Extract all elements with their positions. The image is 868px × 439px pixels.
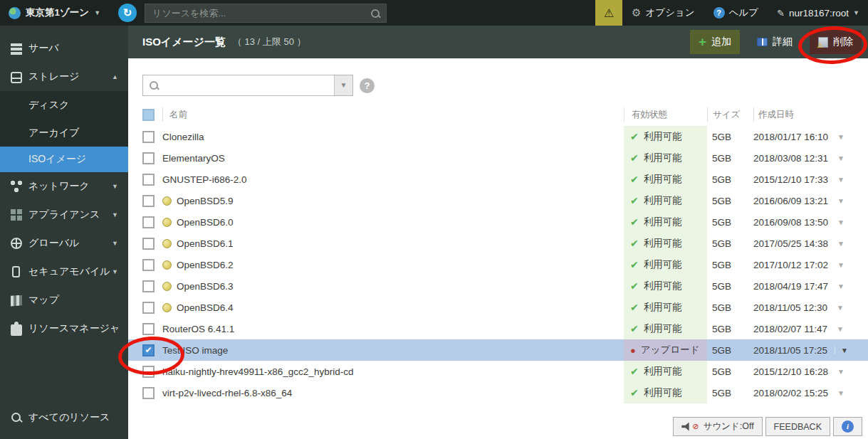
row-menu-caret[interactable]: ▼ [835,282,847,290]
chevron-down-icon: ▼ [112,211,118,218]
row-checkbox[interactable] [142,280,155,292]
row-menu-caret[interactable]: ▼ [835,197,847,205]
row-checkbox[interactable] [142,216,155,228]
table-row[interactable]: OpenBSD6.0✔利用可能5GB2016/09/08 13:50▼ [128,211,868,233]
cell-date: 2016/06/09 13:21▼ [753,196,868,206]
help-label: ヘルプ [729,6,758,19]
row-menu-caret[interactable]: ▼ [835,218,847,226]
row-menu-caret[interactable]: ▼ [835,240,847,248]
sidebar-item-アーカイブ[interactable]: アーカイブ [0,119,128,147]
add-button[interactable]: + 追加 [690,30,740,54]
sidebar-item-リソースマネージャ[interactable]: リソースマネージャ [0,314,128,343]
column-header-status: 有効状態 [624,107,707,122]
account-menu[interactable]: ✎ nur18167:root ▼ [768,8,868,18]
row-checkbox[interactable] [142,152,155,164]
book-icon [757,38,768,46]
sidebar-item-ディスク[interactable]: ディスク [0,91,128,119]
table-row[interactable]: OpenBSD6.3✔利用可能5GB2018/04/19 17:47▼ [128,275,868,297]
table-row[interactable]: haiku-nightly-hrev49911-x86_gcc2_hybrid-… [128,361,868,382]
row-menu-caret[interactable]: ▼ [835,347,850,354]
delete-button[interactable]: ⚠ 削除 [810,30,862,54]
row-checkbox[interactable] [142,131,155,143]
row-menu-caret[interactable]: ▼ [835,389,847,397]
zone-picker[interactable]: 東京第1ゾーン ▼ [0,6,110,19]
row-checkbox[interactable] [142,195,155,207]
table-row[interactable]: ElementaryOS✔利用可能5GB2018/03/08 12:31▼ [128,147,868,169]
iso-name: ElementaryOS [162,153,225,164]
table-row[interactable]: OpenBSD5.9✔利用可能5GB2016/06/09 13:21▼ [128,190,868,211]
page-count: （ 13 / 上限 50 ） [233,36,306,48]
table-row[interactable]: RouterOS 6.41.1✔利用可能5GB2018/02/07 11:47▼ [128,318,868,339]
table-row[interactable]: OpenBSD6.4✔利用可能5GB2018/11/05 12:30▼ [128,297,868,318]
check-icon: ✔ [630,323,639,334]
sidebar-item-ネットワーク[interactable]: ネットワーク▼ [0,172,128,201]
sidebar-item-グローバル[interactable]: グローバル▼ [0,229,128,258]
sidebar-item-ISOイメージ[interactable]: ISOイメージ [0,147,128,172]
sidebar-item-ストレージ[interactable]: ストレージ▲ [0,63,128,91]
openbsd-pufferfish-icon [162,282,172,291]
row-checkbox[interactable] [142,387,155,399]
sidebar-item-all-resources[interactable]: すべてのリソース [0,403,128,432]
table-row[interactable]: OpenBSD6.2✔利用可能5GB2017/10/12 17:02▼ [128,254,868,275]
row-checkbox[interactable] [142,174,155,186]
iso-size: 5GB [707,302,753,313]
sidebar-item-マップ[interactable]: マップ [0,286,128,314]
sidebar-item-label: マップ [0,294,59,307]
row-menu-caret[interactable]: ▼ [835,176,847,184]
global-search-input[interactable] [145,4,386,22]
select-all-checkbox[interactable] [142,109,155,121]
chevron-down-icon: ▼ [112,240,118,247]
account-label: nur18167:root [789,8,849,18]
detail-button[interactable]: 詳細 [748,30,801,54]
table-row[interactable]: ✔Test ISO image●アップロード5GB2018/11/05 17:2… [128,339,868,361]
table-row[interactable]: Clonezilla✔利用可能5GB2018/01/17 16:10▼ [128,126,868,147]
row-checkbox[interactable] [142,259,155,271]
warning-badge[interactable]: ⚠ [595,0,622,26]
row-menu-caret[interactable]: ▼ [835,368,847,376]
options-menu[interactable]: ⚙ オプション [622,6,704,19]
cell-name: Clonezilla [162,132,624,142]
status-label: 利用可能 [644,173,682,186]
row-menu-caret[interactable]: ▼ [835,325,846,333]
row-menu-caret[interactable]: ▼ [835,133,847,141]
chevron-down-icon: ▼ [94,9,100,16]
row-checkbox[interactable] [142,323,155,335]
help-menu[interactable]: ? ヘルプ [704,6,768,19]
sound-toggle-button[interactable]: ⊘ サウンド:Off [673,417,762,436]
sidebar-item-サーバ[interactable]: サーバ [0,34,128,63]
add-button-label: 追加 [711,36,731,48]
row-menu-caret[interactable]: ▼ [835,261,847,269]
cell-status: ✔利用可能 [624,211,707,233]
table-row[interactable]: OpenBSD6.1✔利用可能5GB2017/05/25 14:38▼ [128,233,868,254]
refresh-button[interactable]: ↻ [118,4,137,22]
feedback-button[interactable]: FEEDBACK [765,417,830,436]
filter-help-button[interactable]: ? [360,78,375,93]
feedback-label: FEEDBACK [774,422,822,432]
row-checkbox[interactable] [142,366,155,378]
filter-dropdown-button[interactable]: ▼ [334,75,352,95]
sidebar-item-セキュアモバイル[interactable]: セキュアモバイル▼ [0,258,128,286]
status-label: 利用可能 [644,152,682,164]
row-checkbox[interactable] [142,238,155,250]
table-row[interactable]: virt-p2v-livecd-rhel-6.8-x86_64✔利用可能5GB2… [128,382,868,403]
row-menu-caret[interactable]: ▼ [835,304,846,312]
cell-name: OpenBSD6.3 [162,281,624,292]
row-checkbox[interactable]: ✔ [142,344,155,356]
cell-name: Test ISO image [162,345,624,356]
iso-name: OpenBSD6.0 [177,217,234,228]
sidebar-submenu: ディスクアーカイブISOイメージ [0,91,128,172]
sidebar-item-アプライアンス[interactable]: アプライアンス▼ [0,201,128,229]
row-checkbox[interactable] [142,302,155,314]
server-icon [11,43,22,55]
iso-size: 5GB [707,153,753,164]
status-label: 利用可能 [644,237,682,250]
cell-date: 2018/04/19 17:47▼ [753,281,868,292]
info-button[interactable]: i [833,417,862,436]
iso-size: 5GB [707,238,753,249]
table-row[interactable]: GNUSTEP-i686-2.0✔利用可能5GB2015/12/10 17:33… [128,169,868,190]
row-menu-caret[interactable]: ▼ [835,154,847,162]
chevron-up-icon: ▲ [112,73,118,80]
chevron-down-icon: ▼ [340,81,347,89]
filter-search-input[interactable] [143,75,352,95]
cell-name: OpenBSD6.1 [162,238,624,249]
